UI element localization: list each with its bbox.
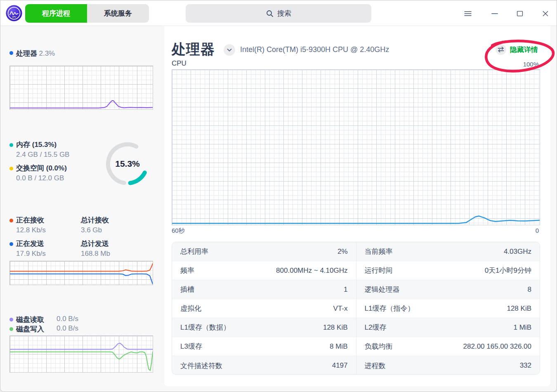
table-row-value: 4197 [332, 361, 348, 370]
stats-column-left: 总利用率 2% 频率 800.00MHz ~ 4.10GHz 插槽 1 [172, 242, 356, 375]
cpu-history-chart [172, 69, 540, 225]
table-row-label: 当前频率 [365, 247, 393, 256]
cpu-label: 处理器 [16, 50, 37, 57]
table-row-label: 负载均衡 [365, 342, 393, 351]
table-row-label: 逻辑处理器 [365, 285, 400, 294]
memory-detail: 2.4 GB / 15.5 GB [16, 151, 69, 159]
network-receiving-label: 正在接收 [16, 215, 46, 225]
table-row: 运行时间 0天1小时9分钟 [356, 261, 540, 280]
table-row: L1缓存（数据） 128 KiB [172, 318, 356, 337]
disk-read-label: 磁盘读取 [16, 315, 57, 324]
view-tabs: 程序进程 系统服务 [25, 4, 149, 23]
table-row-label: L2缓存 [365, 323, 387, 332]
network-receiving-value: 12.8 Kb/s [16, 226, 46, 234]
table-row: 逻辑处理器 8 [356, 280, 540, 299]
disk-read-value: 0.0 B/s [57, 315, 78, 324]
table-row-value: 332 [520, 361, 531, 370]
swap-label: 交换空间 (0.0%) [16, 163, 67, 173]
page-title: 处理器 [172, 40, 215, 59]
search-input[interactable]: 搜索 [186, 4, 371, 23]
table-row: L2缓存 1 MiB [356, 318, 540, 337]
minimize-icon[interactable] [489, 7, 501, 20]
main-panel: 处理器 Intel(R) Core(TM) i5-9300H CPU @ 2.4… [164, 26, 550, 386]
table-row: L1缓存（指令） 128 KiB [356, 299, 540, 318]
cpu-dot [9, 51, 13, 55]
hide-details-button[interactable]: 隐藏详情 [496, 44, 538, 55]
stats-column-right: 当前频率 4.03GHz 运行时间 0天1小时9分钟 逻辑处理器 8 [356, 242, 540, 375]
table-row-label: 总利用率 [180, 247, 208, 256]
table-row-value: 128 KiB [323, 324, 348, 332]
maximize-icon[interactable] [514, 7, 526, 20]
close-icon[interactable] [539, 7, 552, 20]
table-row-value: 128 KiB [507, 305, 531, 313]
table-row: 插槽 1 [172, 280, 356, 299]
table-row-label: 运行时间 [365, 266, 393, 275]
table-row-value: 282.00 165.00 326.00 [463, 342, 531, 351]
chevron-down-icon [224, 44, 235, 56]
memory-label: 内存 (15.3%) [16, 140, 69, 149]
table-row: 负载均衡 282.00 165.00 326.00 [356, 337, 540, 356]
network-total-sent-value: 168.8 Mb [81, 250, 110, 258]
table-row: 总利用率 2% [172, 242, 356, 261]
table-row-label: 文件描述符数 [180, 361, 222, 371]
table-row-label: L3缓存 [180, 342, 202, 351]
table-row-value: 8 MiB [330, 342, 347, 351]
table-row-label: 频率 [180, 266, 194, 275]
table-row-label: 插槽 [180, 285, 194, 294]
swap-arrows-icon [496, 44, 506, 55]
tab-system-services[interactable]: 系统服务 [87, 4, 149, 23]
table-row-value: 4.03GHz [504, 248, 531, 256]
network-mini-chart [9, 261, 153, 285]
disk-write-label: 磁盘写入 [16, 324, 57, 334]
titlebar: CPU 程序进程 系统服务 搜索 [0, 0, 557, 26]
table-row: 频率 800.00MHz ~ 4.10GHz [172, 261, 356, 280]
cpu-value: 2.3% [39, 50, 55, 57]
x-axis-right-label: 0 [536, 227, 539, 234]
search-icon [266, 9, 274, 18]
cpu-mini-chart [9, 66, 153, 110]
menu-icon[interactable] [462, 7, 474, 20]
memory-dot [9, 143, 13, 147]
app-window: CPU 程序进程 系统服务 搜索 [0, 0, 557, 392]
table-row-value: 0天1小时9分钟 [485, 266, 531, 275]
network-total-received-value: 3.6 Gb [81, 226, 109, 234]
table-row-value: 8 [528, 286, 531, 294]
svg-text:CPU: CPU [12, 16, 17, 18]
disk-write-dot [9, 327, 13, 331]
network-sending-label: 正在发送 [16, 239, 46, 248]
device-selector-dropdown[interactable] [224, 44, 235, 56]
cpu-stats-table: 总利用率 2% 频率 800.00MHz ~ 4.10GHz 插槽 1 [172, 242, 540, 375]
table-row-value: 2% [338, 248, 348, 256]
table-row-label: 虚拟化 [180, 304, 201, 313]
table-row-label: L1缓存（数据） [180, 323, 230, 332]
network-sending-dot [9, 242, 13, 246]
chart-title: CPU [172, 59, 186, 68]
search-placeholder: 搜索 [277, 9, 291, 18]
network-receiving-dot [9, 219, 13, 222]
disk-write-value: 0.0 B/s [57, 324, 78, 334]
y-axis-max-label: 100% [523, 61, 539, 68]
table-row-label: 进程数 [365, 361, 386, 371]
swap-dot [9, 167, 13, 170]
memory-donut-chart: 15.3% [104, 140, 151, 188]
table-row: L3缓存 8 MiB [172, 337, 356, 356]
table-row-value: 800.00MHz ~ 4.10GHz [276, 267, 347, 275]
table-row: 当前频率 4.03GHz [356, 242, 540, 261]
table-row-label: L1缓存（指令） [365, 304, 415, 313]
x-axis-left-label: 60秒 [172, 227, 185, 235]
memory-donut-percent: 15.3% [104, 140, 151, 188]
table-row-value: 1 [344, 286, 347, 294]
disk-read-dot [9, 318, 13, 321]
disk-mini-chart [9, 335, 153, 373]
network-total-sent-label: 总计发送 [81, 239, 110, 248]
sidebar: 处理器 2.3% 内存 (15.3%) 2.4 GB / 15.5 GB 交换空… [0, 26, 164, 392]
app-logo-cpu-icon: CPU [6, 5, 22, 21]
tab-processes[interactable]: 程序进程 [25, 4, 87, 23]
table-row-value: 1 MiB [514, 324, 531, 332]
table-row: 虚拟化 VT-x [172, 299, 356, 318]
cpu-model-subtitle: Intel(R) Core(TM) i5-9300H CPU @ 2.40GHz [240, 45, 389, 54]
swap-detail: 0.0 B / 12.0 GB [16, 174, 67, 182]
network-total-received-label: 总计接收 [81, 215, 109, 225]
table-row-value: VT-x [333, 305, 348, 313]
table-row: 进程数 332 [356, 356, 540, 375]
